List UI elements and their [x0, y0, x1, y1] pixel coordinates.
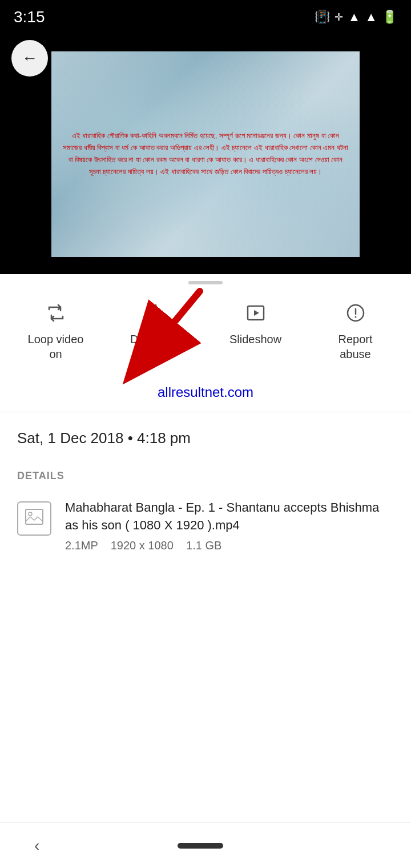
status-icons: 📳 ✛ ▲ ▲ 🔋: [315, 10, 397, 25]
status-time: 3:15: [14, 8, 45, 26]
download-icon: [146, 303, 166, 326]
actions-row: Loop videoon Download Slideshow: [0, 291, 411, 379]
file-mp: 2.1MP: [65, 539, 98, 552]
vibrate-icon: 📳: [315, 10, 330, 25]
loop-video-label: Loop videoon: [28, 332, 84, 361]
svg-rect-5: [26, 509, 43, 524]
slideshow-action[interactable]: Slideshow: [219, 303, 293, 347]
signal-plus-icon: ✛: [335, 11, 343, 23]
file-info: Mahabharat Bangla - Ep. 1 - Shantanu acc…: [65, 499, 394, 552]
bottom-nav: ‹: [0, 822, 411, 868]
video-thumbnail: এই ধারাবাহিক পৌরাণিক কথা-কাহিনি অবলম্বনে…: [51, 51, 360, 257]
divider: [0, 412, 411, 412]
image-icon: [24, 507, 45, 531]
report-abuse-icon: [345, 303, 366, 326]
battery-icon: 🔋: [382, 10, 397, 25]
video-area: এই ধারাবাহিক পৌরাণিক কথা-কাহিনি অবলম্বনে…: [0, 34, 411, 274]
signal1-icon: ▲: [348, 10, 360, 25]
report-abuse-action[interactable]: Reportabuse: [319, 303, 393, 361]
disclaimer-text: এই ধারাবাহিক পৌরাণিক কথা-কাহিনি অবলম্বনে…: [51, 119, 360, 189]
date-text: Sat, 1 Dec 2018 • 4:18 pm: [17, 429, 191, 447]
loop-video-icon: [46, 303, 66, 326]
nav-back-button[interactable]: ‹: [34, 837, 39, 855]
nav-home-pill[interactable]: [178, 843, 223, 849]
file-item: Mahabharat Bangla - Ep. 1 - Shantanu acc…: [17, 499, 394, 552]
handle-pill: [188, 281, 223, 284]
date-section: Sat, 1 Dec 2018 • 4:18 pm: [0, 429, 411, 459]
details-label: DETAILS: [17, 470, 394, 482]
watermark: allresultnet.com: [0, 379, 411, 412]
status-bar: 3:15 📳 ✛ ▲ ▲ 🔋: [0, 0, 411, 34]
file-meta: 2.1MP 1920 x 1080 1.1 GB: [65, 539, 394, 552]
download-action[interactable]: Download: [119, 303, 193, 347]
back-button[interactable]: ←: [11, 40, 48, 77]
report-abuse-label: Reportabuse: [338, 332, 372, 361]
slideshow-label: Slideshow: [229, 332, 281, 347]
file-resolution: 1920 x 1080: [111, 539, 174, 552]
svg-point-6: [29, 512, 32, 516]
svg-point-2: [354, 316, 356, 318]
file-name: Mahabharat Bangla - Ep. 1 - Shantanu acc…: [65, 499, 394, 535]
slideshow-icon: [245, 303, 266, 326]
details-section: DETAILS Mahabharat Bangla - Ep. 1 - Shan…: [0, 459, 411, 564]
loop-video-action[interactable]: Loop videoon: [19, 303, 93, 361]
back-arrow-icon: ←: [22, 49, 38, 67]
file-thumbnail-icon: [17, 501, 51, 536]
download-label: Download: [130, 332, 181, 347]
file-size: 1.1 GB: [186, 539, 221, 552]
signal2-icon: ▲: [365, 10, 377, 25]
sheet-handle: [0, 274, 411, 291]
